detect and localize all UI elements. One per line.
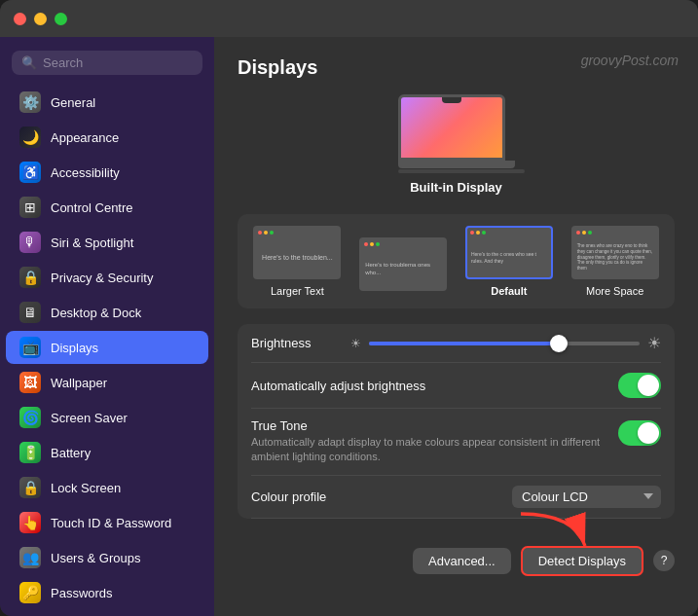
brightness-slider-track[interactable] xyxy=(369,342,640,345)
dot-red-2 xyxy=(364,242,368,246)
resolution-label-default: Default xyxy=(491,285,527,297)
system-preferences-window: 🔍 Search ⚙️ General 🌙 Appearance ♿ Acces… xyxy=(0,0,698,616)
thumb-content-default: Here's to the c ones who see t rules. An… xyxy=(467,247,551,268)
wallpaper-icon: 🖼 xyxy=(19,372,41,393)
passwords-icon: 🔑 xyxy=(19,582,41,603)
true-tone-label: True Tone xyxy=(251,418,603,433)
display-preview: Built-in Display xyxy=(238,94,675,195)
brightness-label: Brightness xyxy=(251,336,339,350)
dot-red xyxy=(258,231,262,235)
sidebar-item-appearance[interactable]: 🌙 Appearance xyxy=(6,121,208,154)
sidebar-item-displays[interactable]: 📺 Displays xyxy=(6,331,208,364)
true-tone-knob xyxy=(638,422,659,444)
help-button[interactable]: ? xyxy=(653,550,675,571)
sidebar-label-users: Users & Groups xyxy=(51,551,140,565)
sidebar-label-touchid: Touch ID & Password xyxy=(51,516,171,530)
resolution-option2[interactable]: Here's to troublema ones who... xyxy=(359,237,447,297)
macbook-notch xyxy=(442,97,461,103)
touchid-icon: 👆 xyxy=(19,512,41,533)
sidebar-item-general[interactable]: ⚙️ General xyxy=(6,86,208,119)
dot-red-3 xyxy=(470,231,474,235)
maximize-button[interactable] xyxy=(55,13,67,25)
window-content: 🔍 Search ⚙️ General 🌙 Appearance ♿ Acces… xyxy=(0,37,698,616)
general-icon: ⚙️ xyxy=(19,91,41,113)
auto-brightness-row: Automatically adjust brightness xyxy=(251,363,661,409)
resolution-options: Here's to the troublen... Larger Text He… xyxy=(238,214,675,308)
sidebar: 🔍 Search ⚙️ General 🌙 Appearance ♿ Acces… xyxy=(0,37,214,616)
sidebar-item-internet[interactable]: 🌐 Internet Accounts xyxy=(6,611,208,616)
sidebar-item-siri[interactable]: 🎙 Siri & Spotlight xyxy=(6,226,208,259)
sidebar-item-privacy[interactable]: 🔒 Privacy & Security xyxy=(6,261,208,294)
advanced-button[interactable]: Advanced... xyxy=(413,548,511,574)
colour-profile-row: Colour profile Colour LCD sRGB IEC61966-… xyxy=(251,476,661,519)
dot-yellow-2 xyxy=(370,242,374,246)
sidebar-item-battery[interactable]: 🔋 Battery xyxy=(6,436,208,469)
close-button[interactable] xyxy=(14,13,26,25)
thumb-content-2: Here's to troublema ones who... xyxy=(361,258,445,281)
search-container: 🔍 Search xyxy=(0,45,214,85)
resolution-label-more: More Space xyxy=(586,285,643,297)
macbook-base xyxy=(398,161,515,168)
thumb-dots-2 xyxy=(364,242,380,246)
resolution-thumb-default: Here's to the c ones who see t rules. An… xyxy=(465,226,553,279)
sidebar-item-control-centre[interactable]: ⊞ Control Centre xyxy=(6,191,208,224)
sidebar-item-screensaver[interactable]: 🌀 Screen Saver xyxy=(6,401,208,434)
search-placeholder: Search xyxy=(43,55,83,70)
true-tone-toggle[interactable] xyxy=(618,420,661,446)
desktop-icon: 🖥 xyxy=(19,302,41,323)
display-label: Built-in Display xyxy=(410,180,502,195)
battery-icon: 🔋 xyxy=(19,442,41,463)
minimize-button[interactable] xyxy=(34,13,47,25)
appearance-icon: 🌙 xyxy=(19,127,41,148)
sidebar-item-lock[interactable]: 🔒 Lock Screen xyxy=(6,471,208,504)
dot-yellow-3 xyxy=(476,231,480,235)
auto-brightness-toggle[interactable] xyxy=(618,373,661,398)
brightness-slider-container: ☀ ☀ xyxy=(350,334,661,352)
resolution-thumb-more: The ones who are crazy eno to think they… xyxy=(571,226,659,279)
dot-green xyxy=(270,231,274,235)
resolution-more-space[interactable]: The ones who are crazy eno to think they… xyxy=(571,226,659,297)
control-centre-icon: ⊞ xyxy=(19,197,41,218)
main-content: groovyPost.com Displays Built-in Display xyxy=(214,37,698,616)
resolution-larger-text[interactable]: Here's to the troublen... Larger Text xyxy=(253,226,341,297)
search-icon: 🔍 xyxy=(21,55,37,70)
siri-icon: 🎙 xyxy=(19,232,41,253)
true-tone-row: True Tone Automatically adapt display to… xyxy=(251,409,661,476)
title-bar xyxy=(0,0,698,37)
dot-green-3 xyxy=(482,231,486,235)
users-icon: 👥 xyxy=(19,547,41,568)
sidebar-item-touchid[interactable]: 👆 Touch ID & Password xyxy=(6,506,208,539)
dot-green-2 xyxy=(376,242,380,246)
thumb-dots-more xyxy=(576,231,592,235)
true-tone-sublabel: Automatically adapt display to make colo… xyxy=(251,435,603,465)
displays-icon: 📺 xyxy=(19,337,41,358)
sidebar-item-wallpaper[interactable]: 🖼 Wallpaper xyxy=(6,366,208,399)
sidebar-label-appearance: Appearance xyxy=(51,130,119,145)
brightness-slider-fill xyxy=(369,342,559,345)
colour-profile-label: Colour profile xyxy=(251,489,326,504)
sidebar-label-control-centre: Control Centre xyxy=(51,200,133,215)
auto-brightness-label: Automatically adjust brightness xyxy=(251,379,425,393)
sidebar-label-accessibility: Accessibility xyxy=(51,165,120,180)
sidebar-label-lock: Lock Screen xyxy=(51,481,121,495)
sidebar-label-wallpaper: Wallpaper xyxy=(51,376,107,390)
sidebar-label-desktop: Desktop & Dock xyxy=(51,306,141,320)
search-box[interactable]: 🔍 Search xyxy=(12,51,202,75)
accessibility-icon: ♿ xyxy=(19,162,41,183)
resolution-label-larger: Larger Text xyxy=(271,285,324,297)
screensaver-icon: 🌀 xyxy=(19,407,41,428)
macbook-preview xyxy=(398,94,515,172)
sidebar-item-passwords[interactable]: 🔑 Passwords xyxy=(6,576,208,609)
sidebar-item-users[interactable]: 👥 Users & Groups xyxy=(6,541,208,574)
brightness-low-icon: ☀ xyxy=(350,337,361,350)
brightness-slider-thumb[interactable] xyxy=(550,335,568,352)
sidebar-item-accessibility[interactable]: ♿ Accessibility xyxy=(6,156,208,189)
dot-red-4 xyxy=(576,231,580,235)
sidebar-label-siri: Siri & Spotlight xyxy=(51,236,133,250)
dot-yellow xyxy=(264,231,268,235)
resolution-default[interactable]: Here's to the c ones who see t rules. An… xyxy=(465,226,553,297)
sidebar-label-screensaver: Screen Saver xyxy=(51,411,128,425)
arrow-indicator xyxy=(509,503,597,557)
sidebar-item-desktop[interactable]: 🖥 Desktop & Dock xyxy=(6,296,208,329)
sidebar-label-passwords: Passwords xyxy=(51,586,113,600)
